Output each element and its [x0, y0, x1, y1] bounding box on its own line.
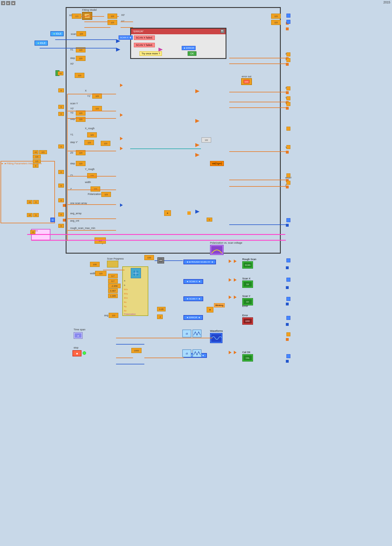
scan-x-out-indicator[interactable]: SX — [242, 281, 253, 288]
zero-z0[interactable]: 0 — [58, 170, 64, 174]
waveform-indicator-2[interactable] — [192, 349, 202, 357]
val-neg1[interactable]: -1 — [157, 315, 163, 319]
avg-num-lower[interactable]: 123 — [109, 313, 118, 318]
scan-y-button[interactable]: ◄ SCAN Y ◄ — [183, 296, 203, 301]
x0prime-num[interactable]: 123 — [108, 14, 117, 19]
val07-1[interactable]: 0.7 — [108, 274, 118, 278]
x1prime-num[interactable]: 123 — [108, 20, 117, 25]
average-num[interactable]: 123 — [95, 237, 106, 244]
zero-z1[interactable]: 0 — [58, 184, 64, 188]
zero-y0[interactable]: 0 — [58, 112, 64, 116]
val0467[interactable]: 0.467 — [108, 288, 118, 293]
zero-arr2[interactable]: 0 — [58, 224, 64, 228]
z0-num[interactable]: 123 — [76, 150, 85, 155]
zero-const-1[interactable]: =0 — [58, 71, 63, 75]
dt-block-2[interactable]: dt — [182, 349, 191, 357]
back-icon[interactable]: ◄ — [1, 1, 5, 5]
stop-icon[interactable]: ■ — [11, 1, 15, 5]
zero-y1[interactable]: 0 — [58, 105, 64, 109]
waveforms-section: Waveforms — [210, 330, 223, 343]
matrix-eq0[interactable]: =0 — [30, 230, 35, 234]
error-lower-button[interactable]: ◄ ERROR ◄ — [183, 315, 203, 320]
x-rough-label: X_rough — [85, 127, 95, 130]
idle-top-indicator[interactable]: ◄ IDLE — [50, 31, 64, 36]
step-yprime-num[interactable]: 123 — [84, 140, 94, 145]
step-y-num[interactable]: 123 — [76, 117, 85, 122]
out-x1prime-block[interactable]: 123 — [271, 20, 281, 25]
arrow-scan-y-2 — [234, 296, 237, 299]
x0prime-left-label: X0' — [70, 62, 74, 65]
pol-num[interactable]: 123 — [101, 192, 111, 197]
val005[interactable]: 0.05 — [157, 307, 166, 311]
val1000[interactable]: 1000 — [131, 348, 142, 353]
waveforms-icon[interactable] — [210, 333, 222, 343]
width-num-lower[interactable]: 123 — [95, 271, 106, 276]
rt-term-1 — [286, 14, 290, 18]
zero-x[interactable]: 0 — [58, 88, 64, 92]
rough-scan-indicator[interactable]: SCAN — [242, 261, 253, 269]
eq0-1[interactable]: =0 — [33, 150, 38, 154]
svg-rect-75 — [286, 286, 289, 289]
zero-avg-cnt-right[interactable]: 0 — [207, 218, 212, 222]
avg-array-label: avg_array — [70, 212, 82, 215]
z-num[interactable]: 123 — [91, 186, 100, 192]
error-lower-indicator: Error ERR — [242, 314, 253, 325]
error-right-button[interactable]: ◄ ERROR — [182, 46, 196, 50]
cal-ok-section: Cal OK CAL — [242, 351, 253, 362]
scan-x-lower-button[interactable]: ◄ SCAN X ◄ — [183, 279, 203, 284]
z1-num[interactable]: 123 — [87, 173, 97, 178]
pt5-2[interactable]: 0.5 — [33, 155, 41, 159]
val07-2[interactable]: 0.7 — [108, 279, 118, 283]
waveform-indicator-1[interactable] — [192, 330, 202, 337]
forward-icon[interactable]: ► — [6, 1, 10, 5]
rt-term-5 — [286, 86, 290, 90]
scan-y-label: scan Y — [70, 102, 78, 105]
time-span-indicator[interactable]: dt — [74, 332, 83, 339]
fitting-icon[interactable] — [131, 268, 141, 278]
y1-num[interactable]: 123 — [87, 132, 97, 137]
step-z-num[interactable]: 123 — [76, 161, 85, 166]
scan-progress-label: Scan Prpgress — [107, 257, 124, 260]
scan-x-button[interactable]: SCAN X ◄ — [119, 35, 133, 40]
pol-vs-scan-voltage-section: Polarization vs. scan voltage — [210, 241, 242, 255]
svg-rect-84 — [159, 260, 162, 261]
scan-y-failed-label: SCAN Y failed. — [134, 43, 155, 47]
fitting-model-icon[interactable] — [82, 12, 92, 20]
dt-block-1[interactable]: dt — [182, 330, 191, 337]
val100-1[interactable]: 100 — [90, 262, 100, 267]
ok-button[interactable]: OK — [188, 51, 196, 56]
stop-led — [83, 351, 86, 355]
stop-button[interactable]: ■ — [72, 350, 82, 356]
x-num[interactable]: 123 — [75, 73, 84, 78]
stop-bool-const[interactable] — [157, 257, 164, 264]
cal-ok-indicator[interactable]: CAL — [242, 354, 253, 362]
y1prime-num[interactable]: 123 — [92, 94, 102, 99]
zero-arr1[interactable]: 0 — [58, 213, 64, 216]
pt5-1[interactable]: 0.5 — [39, 150, 47, 154]
arrow-5 — [120, 203, 123, 207]
val-sgn-block[interactable]: Val(Sgn!) — [210, 161, 224, 166]
eq0-row-1: =0 0 — [27, 200, 39, 204]
y1prime-label: Y1' — [87, 95, 91, 97]
pt5-3[interactable]: 0.5 — [33, 159, 41, 163]
val1345[interactable]: 1.345 — [108, 294, 118, 298]
idle-left-indicator[interactable]: ◄ IDLE — [35, 41, 48, 46]
error-dropdown[interactable]: ▼ — [220, 29, 224, 33]
x0-num-block[interactable]: 123 — [72, 14, 82, 19]
zero-bottom[interactable]: 0 — [33, 164, 38, 168]
y-num[interactable]: 123 — [101, 141, 110, 146]
pol-vs-scan-icon[interactable] — [210, 245, 224, 255]
avg-cnt-blue-val[interactable]: 0 — [50, 218, 55, 222]
y0prime-num[interactable]: 123 — [92, 106, 102, 111]
val-neg2856[interactable]: -2.856 — [108, 284, 121, 288]
val132-block[interactable]: 132 — [202, 137, 211, 143]
zero-y1b[interactable]: 0 — [58, 145, 64, 148]
step-x-num[interactable]: 123 — [76, 56, 85, 61]
x1-num[interactable]: 123 — [76, 47, 85, 52]
val100-2[interactable]: 100 — [144, 255, 154, 260]
y0-num[interactable]: 123 — [76, 111, 85, 116]
zero-z[interactable]: 0 — [58, 198, 64, 202]
scan-x-num[interactable]: 123 — [76, 31, 86, 36]
rough-scan-xy-button[interactable]: ◄◄ ROUGH SCAN XY ◄ — [183, 260, 216, 264]
out-x0prime-block[interactable]: 123 — [271, 14, 281, 19]
